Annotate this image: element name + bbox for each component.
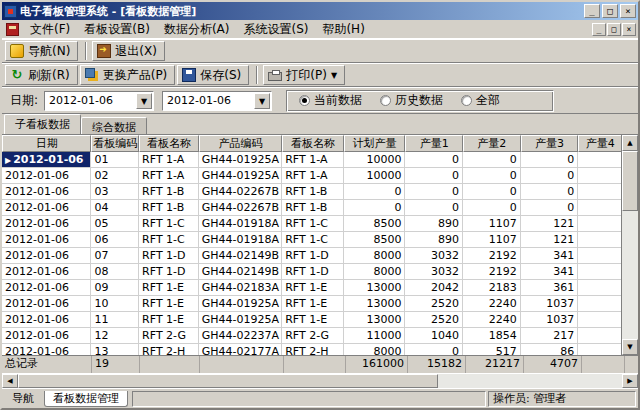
total-cell: 161000	[346, 356, 408, 373]
horizontal-scrollbar-thumb[interactable]	[18, 374, 438, 388]
radio-history-data[interactable]: 历史数据	[380, 92, 443, 109]
horizontal-scrollbar-track[interactable]	[438, 374, 622, 388]
tab-combined-data[interactable]: 综合数据	[81, 117, 147, 134]
chevron-down-icon[interactable]: ▼	[136, 93, 152, 109]
column-header[interactable]: 看板名称	[139, 135, 199, 152]
table-row[interactable]: 2012-01-0604RFT 1-BGH44-02267BRFT 1-B000…	[2, 200, 621, 216]
menu-system-settings[interactable]: 系统设置(S)	[236, 21, 315, 38]
minimize-button[interactable]: _	[584, 4, 600, 18]
table-row[interactable]: 2012-01-0610RFT 1-EGH44-01925ARFT 1-E130…	[2, 296, 621, 312]
child-minimize-button[interactable]: _	[592, 23, 606, 36]
dock-tab-navigation[interactable]: 导航	[4, 391, 42, 407]
child-restore-button[interactable]: □	[607, 23, 621, 36]
change-product-icon	[85, 68, 95, 78]
table-cell: GH44-02237A	[199, 328, 282, 344]
table-cell: RFT 1-A	[139, 152, 199, 168]
table-cell	[578, 248, 621, 264]
column-header[interactable]: 计划产量	[344, 135, 406, 152]
mdi-child-icon	[6, 23, 19, 36]
table-row[interactable]: 2012-01-0605RFT 1-CGH44-01918ARFT 1-C850…	[2, 216, 621, 232]
table-row[interactable]: 2012-01-0611RFT 1-EGH44-01925ARFT 1-E130…	[2, 312, 621, 328]
save-button[interactable]: 保存(S)	[177, 65, 249, 85]
child-close-button[interactable]: ×	[622, 23, 636, 36]
toolbar-separator	[256, 66, 258, 84]
menu-kanban-settings[interactable]: 看板设置(B)	[77, 21, 157, 38]
column-header[interactable]: 日期	[2, 135, 91, 152]
table-cell: 2240	[463, 296, 521, 312]
table-row[interactable]: 2012-01-0612RFT 2-GGH44-02237ARFT 2-G110…	[2, 328, 621, 344]
table-cell: 2042	[405, 280, 463, 296]
scroll-right-icon[interactable]: ▶	[622, 374, 638, 388]
table-cell: 0	[405, 184, 463, 200]
table-row[interactable]: 2012-01-0602RFT 1-AGH44-01925ARFT 1-A100…	[2, 168, 621, 184]
table-cell: GH44-01918A	[199, 216, 282, 232]
table-row[interactable]: 2012-01-0609RFT 1-EGH44-02183ARFT 1-E130…	[2, 280, 621, 296]
exit-button[interactable]: 退出(X)	[92, 41, 165, 61]
table-row[interactable]: 2012-01-0608RFT 1-DGH44-02149BRFT 1-D800…	[2, 264, 621, 280]
table-cell: RFT 1-E	[139, 280, 199, 296]
table-cell: RFT 1-B	[139, 200, 199, 216]
maximize-button[interactable]: □	[602, 4, 618, 18]
table-row[interactable]: ▶2012-01-0601RFT 1-AGH44-01925ARFT 1-A10…	[2, 152, 621, 168]
table-cell: 13000	[344, 312, 406, 328]
table-cell: 02	[91, 168, 139, 184]
column-header[interactable]: 产量4	[578, 135, 621, 152]
current-row-pointer-icon: ▶	[5, 156, 11, 165]
table-row[interactable]: 2012-01-0606RFT 1-CGH44-01918ARFT 1-C850…	[2, 232, 621, 248]
nav-button[interactable]: 导航(N)	[5, 41, 78, 61]
scroll-up-icon[interactable]: ▲	[622, 135, 638, 151]
column-header[interactable]: 产量1	[405, 135, 463, 152]
table-cell: GH44-01925A	[199, 296, 282, 312]
change-product-button[interactable]: 更换产品(P)	[80, 65, 176, 85]
table-cell: RFT 1-A	[139, 168, 199, 184]
date-from-combobox[interactable]: 2012-01-06 ▼	[44, 91, 154, 111]
close-button[interactable]: ×	[620, 4, 636, 18]
table-cell: 03	[91, 184, 139, 200]
refresh-button-label: 刷新(R)	[28, 67, 70, 84]
table-row[interactable]: 2012-01-0607RFT 1-DGH44-02149BRFT 1-D800…	[2, 248, 621, 264]
horizontal-scrollbar[interactable]: ◀ ▶	[2, 373, 638, 388]
column-header[interactable]: 看板编码	[91, 135, 139, 152]
table-cell: 3032	[405, 264, 463, 280]
table-cell: 86	[521, 344, 579, 355]
date-to-combobox[interactable]: 2012-01-06 ▼	[162, 91, 272, 111]
radio-selected-icon	[299, 95, 310, 106]
menu-bar: 文件(F) 看板设置(B) 数据分析(A) 系统设置(S) 帮助(H) _ □ …	[2, 20, 638, 39]
table-cell: GH44-02177A	[199, 344, 282, 355]
column-header[interactable]: 产量3	[521, 135, 579, 152]
menu-data-analysis[interactable]: 数据分析(A)	[157, 21, 237, 38]
table-cell: 2012-01-06	[2, 168, 91, 184]
table-cell: ▶2012-01-06	[2, 152, 91, 168]
vertical-scrollbar[interactable]: ▲ ▼	[621, 135, 638, 355]
table-cell: 2012-01-06	[2, 184, 91, 200]
table-cell: 13000	[344, 296, 406, 312]
total-cell	[284, 356, 346, 373]
dock-tab-kanban-data[interactable]: 看板数据管理	[44, 391, 128, 407]
column-header[interactable]: 产量2	[463, 135, 521, 152]
table-cell: 05	[91, 216, 139, 232]
vertical-scrollbar-track[interactable]	[622, 211, 638, 339]
tab-sub-kanban-data[interactable]: 子看板数据	[4, 114, 81, 134]
table-row[interactable]: 2012-01-0613RFT 2-HGH44-02177ARFT 2-H800…	[2, 344, 621, 355]
radio-current-data[interactable]: 当前数据	[299, 92, 362, 109]
scroll-left-icon[interactable]: ◀	[2, 374, 18, 388]
radio-all-data[interactable]: 全部	[461, 92, 500, 109]
print-button[interactable]: 打印(P) ▼	[263, 65, 345, 85]
print-dropdown-arrow-icon[interactable]: ▼	[331, 71, 337, 80]
table-row[interactable]: 2012-01-0603RFT 1-BGH44-02267BRFT 1-B000…	[2, 184, 621, 200]
date-to-value: 2012-01-06	[163, 94, 253, 107]
column-header[interactable]: 看板名称	[282, 135, 344, 152]
chevron-down-icon[interactable]: ▼	[254, 93, 270, 109]
menu-file[interactable]: 文件(F)	[23, 21, 77, 38]
vertical-scrollbar-thumb[interactable]	[622, 151, 638, 211]
table-cell: 121	[521, 232, 579, 248]
refresh-button[interactable]: ↻ 刷新(R)	[5, 65, 78, 85]
total-cell	[140, 356, 200, 373]
table-header-row: 日期看板编码看板名称产品编码看板名称计划产量产量1产量2产量3产量4	[2, 135, 621, 152]
status-empty-panel	[132, 391, 486, 407]
scroll-down-icon[interactable]: ▼	[622, 339, 638, 355]
table-cell	[578, 344, 621, 355]
column-header[interactable]: 产品编码	[199, 135, 282, 152]
table-cell: RFT 1-E	[139, 312, 199, 328]
menu-help[interactable]: 帮助(H)	[315, 21, 371, 38]
